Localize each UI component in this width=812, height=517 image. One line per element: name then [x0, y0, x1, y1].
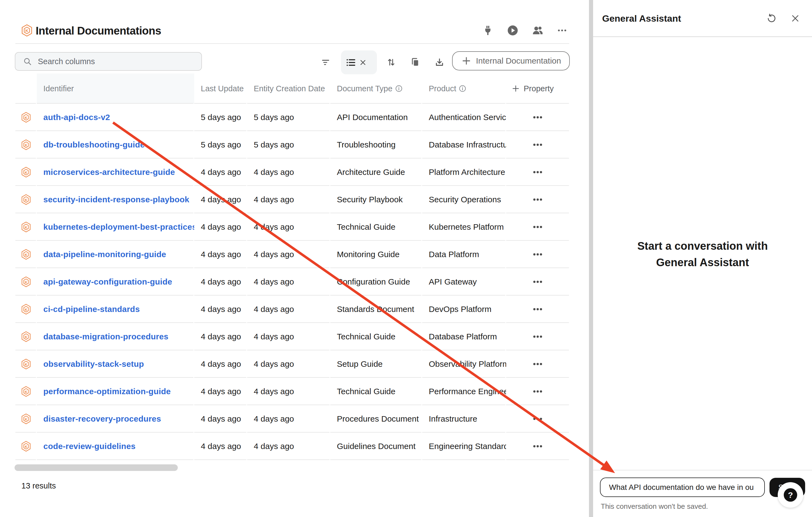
- identifier-link[interactable]: performance-optimization-guide: [44, 387, 171, 396]
- last-update-cell: 4 days ago: [201, 305, 241, 314]
- horizontal-scrollbar[interactable]: [14, 464, 178, 471]
- identifier-link-wrap: performance-optimization-guide: [37, 378, 194, 405]
- product-cell: Platform Architecture: [429, 168, 505, 177]
- col-header-identifier[interactable]: Identifier: [37, 73, 194, 103]
- row-more-options-icon[interactable]: [533, 418, 542, 420]
- add-property-button[interactable]: Property: [506, 73, 569, 103]
- svg-text:K: K: [25, 225, 27, 230]
- row-more-options-icon[interactable]: [533, 390, 542, 393]
- search-icon: [23, 57, 32, 66]
- col-header-product[interactable]: Product: [422, 73, 506, 103]
- product-cell: Infrastructure: [429, 414, 477, 424]
- identifier-link[interactable]: kubernetes-deployment-best-practices: [44, 222, 194, 232]
- app-logo-icon: K: [21, 24, 33, 37]
- entity-creation-date-cell: 4 days ago: [254, 222, 294, 232]
- table-row: K db-troubleshooting-guide5 days ago5 da…: [16, 131, 569, 158]
- empty-state-line2: General Assistant: [593, 254, 812, 271]
- identifier-link[interactable]: database-migration-procedures: [44, 332, 168, 341]
- row-more-options-icon[interactable]: [533, 226, 542, 228]
- entity-creation-date-cell: 4 days ago: [254, 277, 294, 286]
- identifier-link[interactable]: api-gateway-configuration-guide: [44, 277, 172, 286]
- close-panel-icon[interactable]: [789, 12, 801, 24]
- download-icon[interactable]: [433, 56, 446, 69]
- last-update-cell: 4 days ago: [201, 359, 241, 369]
- identifier-link-wrap: code-review-guidelines: [37, 432, 194, 460]
- last-update-cell-wrap: 4 days ago: [194, 378, 247, 405]
- row-more-options-icon[interactable]: [533, 281, 542, 283]
- row-more-options-icon[interactable]: [533, 199, 542, 201]
- entity-creation-date-cell-wrap: 4 days ago: [247, 241, 330, 268]
- more-options-icon[interactable]: [556, 24, 568, 36]
- search-input[interactable]: Search columns: [15, 52, 202, 71]
- view-toggle[interactable]: [341, 51, 377, 74]
- last-update-cell: 5 days ago: [201, 140, 241, 149]
- identifier-link[interactable]: db-troubleshooting-guide: [44, 140, 145, 149]
- entity-blueprint-icon: K: [20, 276, 32, 287]
- identifier-link[interactable]: data-pipeline-monitoring-guide: [44, 250, 166, 259]
- search-placeholder: Search columns: [38, 57, 95, 66]
- product-cell-wrap: Kubernetes Platform: [422, 213, 506, 241]
- sort-icon[interactable]: [385, 56, 398, 69]
- row-more-options-icon[interactable]: [533, 116, 542, 118]
- assistant-panel: General Assistant Start a conversation w…: [593, 0, 812, 517]
- row-more-options-icon[interactable]: [533, 308, 542, 310]
- row-more-options-icon[interactable]: [533, 171, 542, 173]
- entity-creation-date-cell: 4 days ago: [254, 168, 294, 177]
- integrations-plug-icon[interactable]: [482, 24, 494, 36]
- info-icon: [459, 85, 466, 92]
- empty-state-line1: Start a conversation with: [593, 238, 812, 254]
- svg-text:K: K: [26, 28, 29, 33]
- entity-creation-date-cell-wrap: 4 days ago: [247, 213, 330, 241]
- document-type-cell: Guidelines Document: [337, 442, 415, 451]
- identifier-link[interactable]: auth-api-docs-v2: [44, 113, 110, 122]
- users-icon[interactable]: [532, 24, 544, 36]
- last-update-cell-wrap: 4 days ago: [194, 186, 247, 213]
- last-update-cell-wrap: 4 days ago: [194, 296, 247, 323]
- run-play-icon[interactable]: [507, 24, 519, 36]
- identifier-link[interactable]: security-incident-response-playbook: [44, 195, 189, 204]
- row-actions-cell: [506, 378, 569, 405]
- identifier-link[interactable]: observability-stack-setup: [44, 359, 144, 369]
- identifier-link[interactable]: ci-cd-pipeline-standards: [44, 305, 140, 314]
- identifier-link-wrap: microservices-architecture-guide: [37, 158, 194, 186]
- entity-blueprint-icon: K: [20, 331, 32, 342]
- page: K Internal Documentations Search columns…: [0, 0, 812, 517]
- clear-view-icon[interactable]: [359, 58, 367, 67]
- assistant-input-value: What API documentation do we have in ou: [609, 483, 754, 492]
- row-icon-cell: K: [16, 405, 37, 432]
- panel-divider: [589, 0, 593, 517]
- col-header-last-update[interactable]: Last Update: [194, 73, 247, 103]
- filter-icon[interactable]: [319, 56, 332, 69]
- help-button[interactable]: ?: [778, 482, 803, 508]
- document-type-cell-wrap: Standards Document: [330, 296, 422, 323]
- identifier-link[interactable]: disaster-recovery-procedures: [44, 414, 161, 424]
- table-row: K data-pipeline-monitoring-guide4 days a…: [16, 241, 569, 268]
- col-header-entity-creation-date[interactable]: Entity Creation Date: [247, 73, 330, 103]
- identifier-link-wrap: observability-stack-setup: [37, 350, 194, 378]
- table-row: K observability-stack-setup4 days ago4 d…: [16, 350, 569, 378]
- row-more-options-icon[interactable]: [533, 363, 542, 365]
- row-more-options-icon[interactable]: [533, 336, 542, 338]
- entity-blueprint-icon: K: [20, 139, 32, 150]
- identifier-link-wrap: ci-cd-pipeline-standards: [37, 296, 194, 323]
- create-entity-label: Internal Documentation: [476, 56, 561, 65]
- col-header-document-type[interactable]: Document Type: [330, 73, 422, 103]
- copy-icon[interactable]: [408, 56, 422, 69]
- row-more-options-icon[interactable]: [533, 144, 542, 146]
- row-icon-cell: K: [16, 432, 37, 460]
- row-more-options-icon[interactable]: [533, 253, 542, 255]
- identifier-link[interactable]: code-review-guidelines: [44, 442, 136, 451]
- row-actions-cell: [506, 241, 569, 268]
- document-type-cell: Technical Guide: [337, 332, 395, 341]
- last-update-cell-wrap: 5 days ago: [194, 131, 247, 158]
- entity-creation-date-cell: 4 days ago: [254, 387, 294, 396]
- identifier-link[interactable]: microservices-architecture-guide: [44, 168, 175, 177]
- create-entity-button[interactable]: Internal Documentation: [452, 51, 570, 70]
- assistant-chat-input[interactable]: What API documentation do we have in ou: [600, 478, 765, 497]
- row-icon-cell: K: [16, 213, 37, 241]
- document-type-cell: Monitoring Guide: [337, 250, 399, 259]
- product-cell-wrap: Database Platform: [422, 323, 506, 350]
- reset-conversation-icon[interactable]: [765, 12, 777, 24]
- document-type-cell-wrap: Troubleshooting: [330, 131, 422, 158]
- row-more-options-icon[interactable]: [533, 445, 542, 447]
